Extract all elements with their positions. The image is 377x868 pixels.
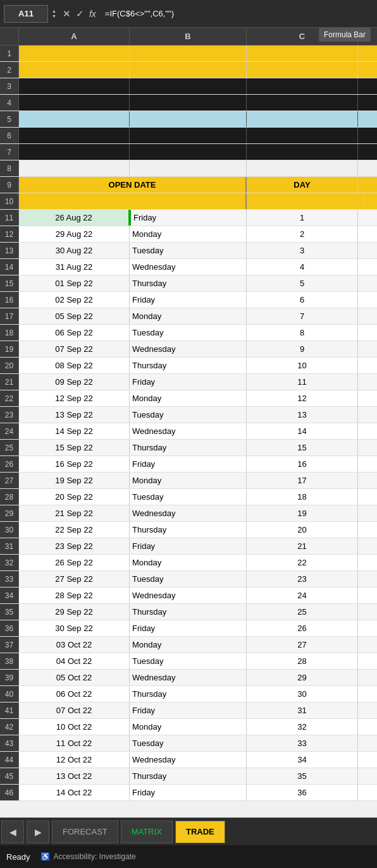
cell-day-num[interactable] [247, 128, 358, 143]
row-number[interactable]: 16 [0, 292, 19, 308]
cell-ref-arrows[interactable]: ▲ ▼ [52, 9, 56, 18]
column-header-b[interactable]: B [130, 28, 247, 45]
cell-day-name[interactable]: Monday [130, 473, 247, 488]
cell-day-name[interactable] [130, 95, 247, 111]
cell-date[interactable] [19, 160, 130, 176]
cell-day-num[interactable]: 16 [247, 456, 358, 472]
cell-date[interactable]: 30 Sep 22 [19, 620, 130, 636]
row-number[interactable]: 10 [0, 193, 19, 209]
row-number[interactable]: 35 [0, 604, 19, 620]
cell-day-name[interactable]: Tuesday [130, 653, 247, 669]
cell-day-name[interactable]: Thursday [130, 358, 247, 373]
cell-day-name[interactable]: Wednesday [130, 341, 247, 357]
cell-date[interactable]: 13 Sep 22 [19, 407, 130, 423]
row-number[interactable]: 32 [0, 555, 19, 570]
row-number[interactable]: 20 [0, 358, 19, 373]
cell-day-num[interactable]: 4 [247, 259, 358, 275]
cell-date[interactable]: 29 Aug 22 [19, 226, 130, 242]
cell-day-num[interactable] [247, 144, 358, 160]
row-number[interactable]: 5 [0, 111, 19, 127]
cell-day-num[interactable]: 17 [247, 473, 358, 488]
cell-day-name[interactable] [130, 78, 247, 94]
cell-date[interactable]: 26 Sep 22 [19, 555, 130, 570]
row-number[interactable]: 45 [0, 768, 19, 784]
cell-day-name[interactable]: Wednesday [130, 588, 247, 603]
row-number[interactable]: 43 [0, 735, 19, 751]
cell-day-num[interactable]: 26 [247, 620, 358, 636]
cell-date[interactable] [19, 45, 130, 61]
cell-day-name[interactable] [247, 193, 364, 209]
cell-day-name[interactable]: Friday [130, 702, 247, 718]
cell-date[interactable] [19, 78, 130, 94]
cell-day-name[interactable]: Monday [130, 555, 247, 570]
row-number[interactable]: 21 [0, 374, 19, 390]
cell-date[interactable]: 04 Oct 22 [19, 653, 130, 669]
cell-day-num[interactable]: 10 [247, 358, 358, 373]
cell-day-name[interactable]: Tuesday [130, 243, 247, 258]
cell-day-num[interactable]: 13 [247, 407, 358, 423]
cell-reference-box[interactable]: A11 [4, 5, 48, 23]
cell-day-name[interactable]: Monday [130, 308, 247, 324]
cell-date[interactable]: 03 Oct 22 [19, 637, 130, 653]
cell-day-num[interactable]: 21 [247, 538, 358, 554]
cell-date[interactable]: 30 Aug 22 [19, 243, 130, 258]
cell-day-num[interactable]: 8 [247, 325, 358, 341]
cell-day-name[interactable]: Wednesday [130, 670, 247, 685]
cell-day-num[interactable]: 15 [247, 440, 358, 455]
cancel-icon[interactable]: ✕ [63, 8, 71, 20]
cell-day-name[interactable]: Wednesday [130, 752, 247, 768]
tab-matrix[interactable]: MATRIX [121, 821, 173, 843]
row-number[interactable]: 8 [0, 160, 19, 176]
cell-day-name[interactable]: Thursday [130, 604, 247, 620]
row-number[interactable]: 1 [0, 45, 19, 61]
cell-day-num[interactable]: 9 [247, 341, 358, 357]
cell-day-name[interactable]: Wednesday [130, 423, 247, 439]
row-number[interactable]: 29 [0, 505, 19, 521]
cell-day-num[interactable]: 2 [247, 226, 358, 242]
row-number[interactable]: 2 [0, 62, 19, 78]
cell-day-num[interactable] [247, 95, 358, 111]
cell-date[interactable]: 27 Sep 22 [19, 571, 130, 587]
cell-date[interactable]: 26 Aug 22 [19, 210, 130, 226]
cell-date[interactable] [19, 111, 130, 127]
cell-date[interactable]: 08 Sep 22 [19, 358, 130, 373]
cell-day-name[interactable]: Friday [130, 292, 247, 308]
cell-day-num[interactable] [247, 111, 358, 127]
cell-date[interactable] [19, 144, 130, 160]
cell-day-name[interactable]: Wednesday [130, 505, 247, 521]
cell-date[interactable]: 10 Oct 22 [19, 719, 130, 735]
row-number[interactable]: 44 [0, 752, 19, 768]
cell-day-num[interactable]: 5 [247, 275, 358, 291]
cell-day-num[interactable]: 6 [247, 292, 358, 308]
cell-day-num[interactable]: 14 [247, 423, 358, 439]
row-number[interactable]: 30 [0, 522, 19, 538]
cell-date[interactable]: 01 Sep 22 [19, 275, 130, 291]
row-number[interactable]: 24 [0, 423, 19, 439]
row-number[interactable]: 36 [0, 620, 19, 636]
row-number[interactable]: 13 [0, 243, 19, 258]
cell-day-num[interactable] [247, 62, 358, 78]
cell-day-num[interactable]: 29 [247, 670, 358, 685]
cell-day-name[interactable] [130, 111, 247, 127]
cell-day-name[interactable]: Tuesday [130, 325, 247, 341]
cell-day-num[interactable]: 1 [247, 210, 358, 226]
cell-day-name[interactable]: Monday [130, 637, 247, 653]
cell-day-name[interactable]: Friday [130, 620, 247, 636]
cell-date[interactable]: 14 Oct 22 [19, 785, 130, 800]
cell-day-name[interactable] [130, 45, 247, 61]
cell-day-name[interactable] [130, 62, 247, 78]
cell-date[interactable]: 21 Sep 22 [19, 505, 130, 521]
row-number[interactable]: 41 [0, 702, 19, 718]
cell-day-num[interactable]: 11 [247, 374, 358, 390]
cell-day-name[interactable]: Monday [130, 719, 247, 735]
cell-day-name[interactable]: Thursday [130, 768, 247, 784]
cell-day-num[interactable]: 22 [247, 555, 358, 570]
cell-date[interactable]: 11 Oct 22 [19, 735, 130, 751]
row-number[interactable]: 11 [0, 210, 19, 226]
arrow-down-icon[interactable]: ▼ [52, 14, 56, 18]
cell-day-name[interactable]: Thursday [130, 686, 247, 702]
cell-day-num[interactable]: 36 [247, 785, 358, 800]
cell-day-num[interactable]: 25 [247, 604, 358, 620]
cell-day-num[interactable]: 20 [247, 522, 358, 538]
cell-day-name[interactable]: Tuesday [130, 571, 247, 587]
